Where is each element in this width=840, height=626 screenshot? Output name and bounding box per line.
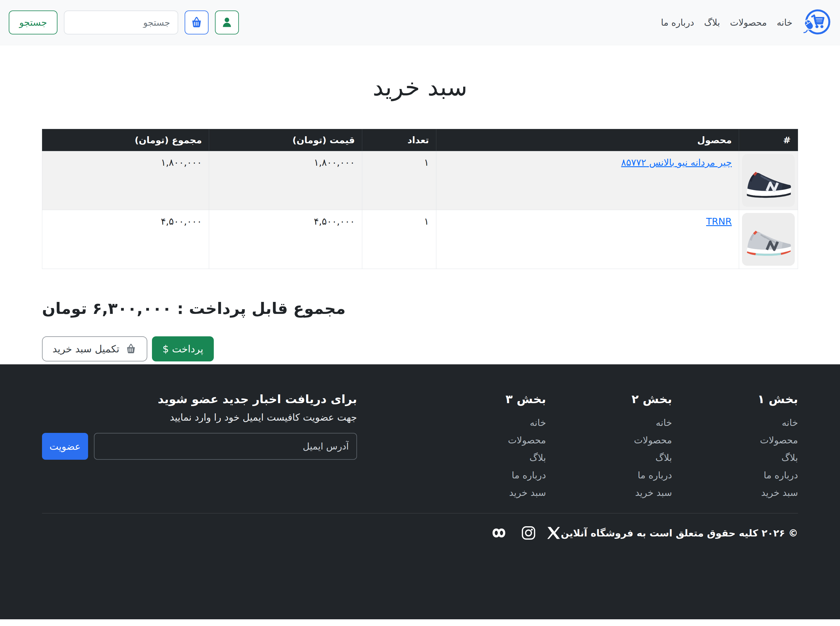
basket-icon — [125, 343, 137, 355]
meta-icon — [488, 526, 511, 540]
gray-sneaker-image — [743, 214, 794, 265]
col-header-price: قیمت (تومان) — [209, 129, 362, 151]
nav-link-blog[interactable]: بلاگ — [699, 14, 725, 31]
nav-menu: خانه محصولات بلاگ درباره ما — [656, 14, 798, 31]
footer-link-about[interactable]: درباره ما — [512, 470, 546, 481]
footer-section-title: بخش ۳ — [420, 392, 546, 406]
table-row: چیر مردانه نیو بالانس ۸۵۷۷۲ ۱ ۱,۸۰۰,۰۰۰ … — [42, 151, 798, 210]
footer-section-2: بخش ۲ خانه محصولات بلاگ درباره ما سبد خر… — [546, 392, 672, 501]
instagram-icon — [521, 526, 536, 540]
social-links — [488, 526, 561, 540]
complete-cart-label: تکمیل سبد خرید — [53, 343, 119, 355]
cart-button[interactable] — [185, 11, 208, 34]
footer-section-3: بخش ۳ خانه محصولات بلاگ درباره ما سبد خر… — [420, 392, 546, 501]
product-image — [742, 213, 795, 266]
nav-link-home[interactable]: خانه — [772, 14, 798, 31]
payable-total: مجموع قابل پرداخت : ۶,۳۰۰,۰۰۰ تومان — [42, 299, 798, 318]
footer: بخش ۱ خانه محصولات بلاگ درباره ما سبد خر… — [0, 364, 840, 619]
col-header-total: مجموع (تومان) — [42, 129, 209, 151]
footer-section-title: بخش ۲ — [546, 392, 672, 406]
footer-link-products[interactable]: محصولات — [760, 435, 798, 446]
footer-link-cart[interactable]: سبد خرید — [635, 487, 672, 498]
footer-link-home[interactable]: خانه — [530, 417, 546, 428]
footer-link-home[interactable]: خانه — [782, 417, 798, 428]
x-link[interactable] — [546, 526, 561, 540]
footer-link-blog[interactable]: بلاگ — [781, 452, 798, 463]
table-row: TRNR ۱ ۴,۵۰۰,۰۰۰ ۴,۵۰۰,۰۰۰ — [42, 210, 798, 269]
copyright-text: © ۲۰۲۶ کلیه حقوق متعلق است به فروشگاه آن… — [561, 527, 798, 539]
store-logo[interactable] — [802, 8, 831, 37]
footer-link-cart[interactable]: سبد خرید — [509, 487, 546, 498]
table-header-row: # محصول تعداد قیمت (تومان) مجموع (تومان) — [42, 129, 798, 151]
cell-quantity: ۱ — [362, 210, 436, 269]
product-link[interactable]: چیر مردانه نیو بالانس ۸۵۷۷۲ — [621, 157, 732, 168]
footer-section-1: بخش ۱ خانه محصولات بلاگ درباره ما سبد خر… — [672, 392, 798, 501]
nav-link-about[interactable]: درباره ما — [656, 14, 699, 31]
newsletter: برای دریافت اخبار جدید عضو شوید جهت عضوی… — [42, 392, 357, 460]
cell-product-image — [739, 210, 798, 269]
logo-cart-mouse-icon — [802, 8, 831, 37]
cell-price: ۴,۵۰۰,۰۰۰ — [209, 210, 362, 269]
footer-link-products[interactable]: محصولات — [508, 435, 546, 446]
search-input[interactable] — [64, 11, 178, 34]
footer-divider — [42, 513, 798, 513]
footer-link-cart[interactable]: سبد خرید — [761, 487, 798, 498]
newsletter-form: عضویت — [42, 433, 357, 460]
col-header-product: محصول — [436, 129, 739, 151]
pay-button[interactable]: پرداخت $ — [152, 336, 214, 362]
email-field[interactable] — [94, 433, 357, 460]
cart-actions: پرداخت $ تکمیل سبد خرید — [42, 336, 798, 362]
newsletter-title: برای دریافت اخبار جدید عضو شوید — [42, 392, 357, 406]
instagram-link[interactable] — [521, 526, 536, 540]
cart-table: # محصول تعداد قیمت (تومان) مجموع (تومان) — [42, 129, 798, 269]
footer-link-products[interactable]: محصولات — [634, 435, 672, 446]
navy-sneaker-image — [743, 155, 794, 206]
footer-link-blog[interactable]: بلاگ — [655, 452, 672, 463]
cell-price: ۱,۸۰۰,۰۰۰ — [209, 151, 362, 210]
newsletter-subtitle: جهت عضویت کافیست ایمیل خود را وارد نمایی… — [42, 412, 357, 423]
cell-product-image — [739, 151, 798, 210]
cart-page: سبد خرید # محصول تعداد قیمت (تومان) مجمو… — [42, 73, 798, 362]
navbar: خانه محصولات بلاگ درباره ما جستجو — [0, 0, 840, 45]
account-button[interactable] — [215, 11, 239, 34]
footer-link-about[interactable]: درباره ما — [763, 470, 798, 481]
cell-product-name: TRNR — [436, 210, 739, 269]
subscribe-button[interactable]: عضویت — [42, 433, 88, 460]
cell-product-name: چیر مردانه نیو بالانس ۸۵۷۷۲ — [436, 151, 739, 210]
nav-link-products[interactable]: محصولات — [725, 14, 772, 31]
meta-link[interactable] — [488, 526, 511, 540]
product-image — [742, 154, 795, 207]
cell-total: ۱,۸۰۰,۰۰۰ — [42, 151, 209, 210]
navbar-actions: جستجو — [9, 11, 239, 34]
col-header-quantity: تعداد — [362, 129, 436, 151]
complete-cart-button[interactable]: تکمیل سبد خرید — [42, 336, 147, 362]
person-icon — [221, 16, 233, 29]
page-title: سبد خرید — [42, 73, 798, 101]
x-icon — [546, 526, 561, 540]
basket-icon — [190, 16, 203, 29]
col-header-index: # — [739, 129, 798, 151]
footer-link-home[interactable]: خانه — [655, 417, 672, 428]
product-link[interactable]: TRNR — [706, 216, 732, 227]
footer-section-title: بخش ۱ — [672, 392, 798, 406]
footer-link-blog[interactable]: بلاگ — [529, 452, 546, 463]
footer-link-about[interactable]: درباره ما — [638, 470, 672, 481]
cell-total: ۴,۵۰۰,۰۰۰ — [42, 210, 209, 269]
search-button[interactable]: جستجو — [9, 11, 58, 34]
cell-quantity: ۱ — [362, 151, 436, 210]
